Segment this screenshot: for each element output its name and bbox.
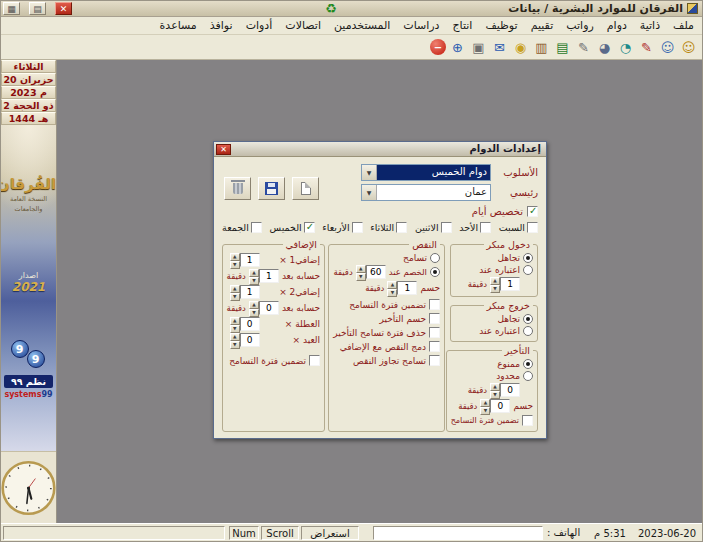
customize-days-checkbox[interactable]: تخصيص أيام: [222, 206, 538, 217]
spinner-arrows[interactable]: [387, 281, 397, 295]
spinner-arrows[interactable]: [490, 383, 500, 397]
radio[interactable]: [430, 253, 440, 263]
spinner-value[interactable]: 0: [500, 383, 520, 397]
dialog-close-button[interactable]: ✕: [216, 144, 231, 155]
checkbox[interactable]: [304, 222, 315, 233]
spinner-arrows[interactable]: [249, 301, 259, 315]
spinner-value[interactable]: 1: [397, 281, 417, 295]
day-checkbox-tuesday[interactable]: الثلاثاء: [370, 222, 407, 233]
design-icon[interactable]: ✎: [574, 38, 593, 57]
menu-personnel[interactable]: ذاتية: [640, 19, 660, 32]
option-checkbox[interactable]: تضمين فترة التسامح: [333, 299, 440, 310]
chevron-down-icon[interactable]: [362, 185, 377, 200]
menu-communications[interactable]: اتصالات: [285, 19, 321, 32]
menu-attendance[interactable]: دوام: [607, 19, 627, 32]
checkbox[interactable]: [396, 222, 407, 233]
payroll-icon[interactable]: ◉: [511, 38, 530, 57]
checkbox[interactable]: [429, 299, 440, 310]
overtime-tolerance-checkbox[interactable]: تضمين فترة التسامح: [227, 355, 320, 366]
value-spinner[interactable]: 0: [230, 333, 260, 347]
spinner-arrows[interactable]: [480, 399, 490, 413]
web-icon[interactable]: ⊕: [448, 38, 467, 57]
day-checkbox-saturday[interactable]: السبت: [499, 222, 538, 233]
spinner-value[interactable]: 1: [500, 277, 520, 291]
radio[interactable]: [523, 265, 533, 275]
minutes-spinner[interactable]: 1: [387, 281, 417, 295]
spinner-arrows[interactable]: [490, 277, 500, 291]
spinner-value[interactable]: 0: [240, 333, 260, 347]
option-checkbox[interactable]: حسم التأخير: [333, 313, 440, 324]
day-checkbox-thursday[interactable]: الخميس: [270, 222, 315, 233]
day-checkbox-monday[interactable]: الاثنين: [415, 222, 452, 233]
refresh-icon[interactable]: ♻: [325, 1, 337, 16]
deduct-at-radio[interactable]: الخصم عند 60 دقيقة: [333, 265, 440, 279]
ledger-icon[interactable]: ▥: [532, 38, 551, 57]
chevron-down-icon[interactable]: [362, 165, 377, 180]
spinner-value[interactable]: 1: [240, 285, 260, 299]
style-combobox[interactable]: دوام الخميس: [361, 164, 491, 181]
mail-icon[interactable]: ✉: [490, 38, 509, 57]
day-checkbox-sunday[interactable]: الأحد: [459, 222, 491, 233]
delete-button[interactable]: [224, 177, 251, 200]
menu-windows[interactable]: نوافذ: [210, 19, 233, 32]
spinner-value[interactable]: 1: [240, 253, 260, 267]
checkbox[interactable]: [429, 341, 440, 352]
value-spinner[interactable]: 1: [230, 253, 260, 267]
tolerance-radio[interactable]: تسامح: [333, 253, 440, 263]
option-checkbox[interactable]: دمج النقص مع الإضافي: [333, 341, 440, 352]
forbidden-radio[interactable]: ممنوع: [451, 359, 533, 369]
employee-icon[interactable]: ☺: [658, 38, 677, 57]
spinner-arrows[interactable]: [230, 333, 240, 347]
dialog-titlebar[interactable]: ✕ إعدادات الدوام: [214, 142, 546, 157]
menu-help[interactable]: مساعدة: [160, 19, 197, 32]
checkbox[interactable]: [527, 222, 538, 233]
consider-at-radio[interactable]: اعتباره عند: [455, 265, 533, 275]
close-button[interactable]: ✕: [55, 2, 72, 15]
checkbox[interactable]: [429, 313, 440, 324]
minutes-spinner[interactable]: 1: [249, 269, 279, 283]
spinner-value[interactable]: 1: [259, 269, 279, 283]
radio[interactable]: [523, 326, 533, 336]
ignore-radio[interactable]: تجاهل: [455, 314, 533, 324]
spinner-arrows[interactable]: [356, 265, 366, 279]
spinner-value[interactable]: 0: [240, 317, 260, 331]
day-checkbox-friday[interactable]: الجمعة: [222, 222, 262, 233]
window-grid-icon[interactable]: ▦: [3, 2, 20, 15]
radio[interactable]: [523, 314, 533, 324]
ignore-radio[interactable]: تجاهل: [455, 253, 533, 263]
spinner-arrows[interactable]: [230, 285, 240, 299]
checkbox[interactable]: [429, 355, 440, 366]
employees-icon[interactable]: ☺: [679, 38, 698, 57]
printer-icon[interactable]: ▣: [469, 38, 488, 57]
value-spinner[interactable]: 1: [230, 285, 260, 299]
main-combobox[interactable]: عمان: [361, 184, 491, 201]
checkbox[interactable]: [480, 222, 491, 233]
spinner-arrows[interactable]: [230, 253, 240, 267]
minutes-spinner[interactable]: 0: [480, 399, 510, 413]
menu-evaluation[interactable]: تقييم: [531, 19, 554, 32]
exit-icon[interactable]: −: [430, 39, 446, 55]
checkbox[interactable]: [441, 222, 452, 233]
minutes-spinner[interactable]: 60: [356, 265, 386, 279]
menu-recruitment[interactable]: توظيف: [485, 19, 517, 32]
checkbox[interactable]: [429, 327, 440, 338]
spinner-arrows[interactable]: [249, 269, 259, 283]
spinner-value[interactable]: 0: [259, 301, 279, 315]
checkbox[interactable]: [251, 222, 262, 233]
books-icon[interactable]: ▤: [553, 38, 572, 57]
minutes-spinner[interactable]: 0: [249, 301, 279, 315]
checkbox[interactable]: [352, 222, 363, 233]
consider-at-radio[interactable]: اعتباره عند: [455, 326, 533, 336]
window-report-icon[interactable]: ▤: [29, 2, 46, 15]
menu-payroll[interactable]: رواتب: [566, 19, 594, 32]
clock-icon[interactable]: ◕: [595, 38, 614, 57]
menu-studies[interactable]: دراسات: [403, 19, 439, 32]
radio[interactable]: [523, 371, 533, 381]
spinner-value[interactable]: 0: [490, 399, 510, 413]
save-button[interactable]: [258, 177, 285, 200]
menu-production[interactable]: انتاج: [453, 19, 473, 32]
spinner-value[interactable]: 60: [366, 265, 386, 279]
alarm-clock-icon[interactable]: ◔: [616, 38, 635, 57]
checkbox[interactable]: [522, 415, 533, 426]
lateness-tolerance-checkbox[interactable]: تضمين فترة التسامح: [451, 415, 533, 426]
